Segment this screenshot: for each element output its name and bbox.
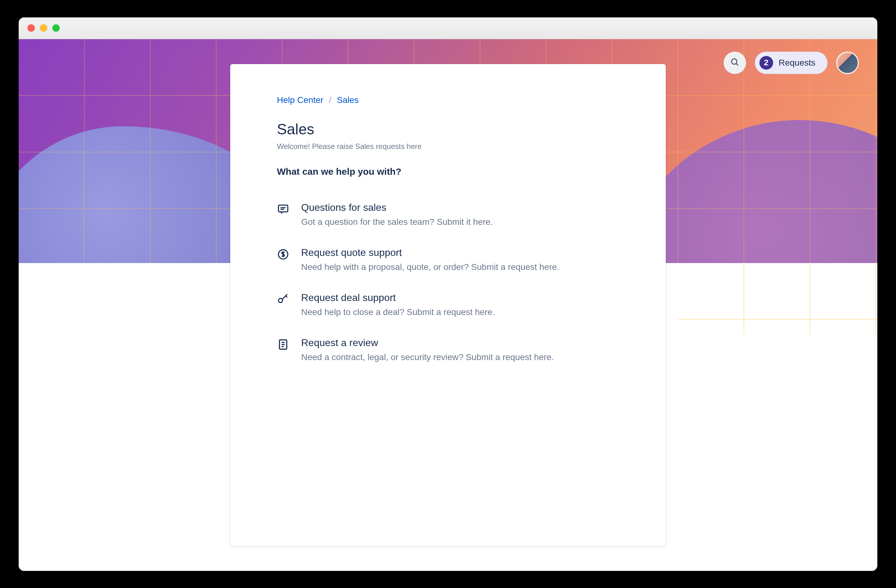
header-actions: 2 Requests <box>724 52 859 74</box>
request-type-list: Questions for sales Got a question for t… <box>277 202 619 362</box>
svg-line-1 <box>736 64 738 65</box>
requests-button[interactable]: 2 Requests <box>755 52 827 74</box>
breadcrumb-separator: / <box>329 95 331 105</box>
window-zoom-icon[interactable] <box>52 24 60 32</box>
request-type-review[interactable]: Request a review Need a contract, legal,… <box>277 337 619 362</box>
request-type-description: Need help with a proposal, quote, or ord… <box>301 262 559 272</box>
breadcrumb: Help Center / Sales <box>277 95 619 105</box>
request-type-description: Need a contract, legal, or security revi… <box>301 352 554 362</box>
dollar-icon <box>277 248 290 261</box>
request-type-title: Request quote support <box>301 247 559 258</box>
svg-point-0 <box>731 59 737 64</box>
search-icon <box>730 57 740 68</box>
window-close-icon[interactable] <box>27 24 35 32</box>
request-type-questions[interactable]: Questions for sales Got a question for t… <box>277 202 619 227</box>
portal-card: Help Center / Sales Sales Welcome! Pleas… <box>230 64 666 546</box>
request-type-title: Questions for sales <box>301 202 493 213</box>
svg-rect-2 <box>279 205 288 212</box>
page-title: Sales <box>277 121 619 138</box>
search-button[interactable] <box>724 52 746 74</box>
request-type-deal[interactable]: Request deal support Need help to close … <box>277 292 619 317</box>
page-description: Welcome! Please raise Sales requests her… <box>277 142 619 151</box>
help-prompt: What can we help you with? <box>277 166 619 177</box>
breadcrumb-current-link[interactable]: Sales <box>337 95 359 105</box>
app-window: 2 Requests Help Center / Sales Sales Wel… <box>19 17 877 571</box>
request-type-quote[interactable]: Request quote support Need help with a p… <box>277 247 619 272</box>
request-type-description: Got a question for the sales team? Submi… <box>301 217 493 227</box>
request-type-description: Need help to close a deal? Submit a requ… <box>301 307 495 317</box>
requests-label: Requests <box>779 58 815 68</box>
requests-count-badge: 2 <box>759 56 773 70</box>
window-titlebar <box>19 17 877 39</box>
breadcrumb-root-link[interactable]: Help Center <box>277 95 323 105</box>
chat-icon <box>277 203 290 216</box>
decorative-grid-lower <box>678 263 877 334</box>
request-type-title: Request deal support <box>301 292 495 304</box>
request-type-title: Request a review <box>301 337 554 349</box>
document-icon <box>277 338 290 351</box>
avatar[interactable] <box>836 52 859 74</box>
window-minimize-icon[interactable] <box>40 24 47 32</box>
svg-point-6 <box>279 298 282 302</box>
key-icon <box>277 293 290 305</box>
